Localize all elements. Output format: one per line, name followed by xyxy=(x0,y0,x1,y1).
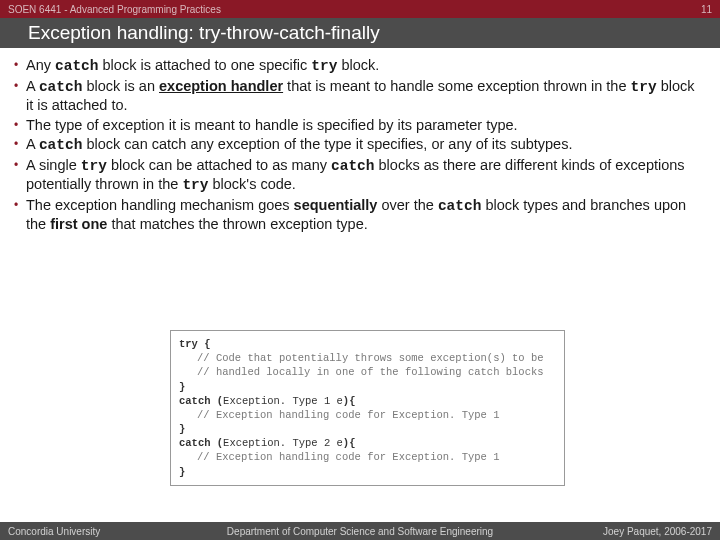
bullet-list: Any catch block is attached to one speci… xyxy=(10,56,704,234)
page-number: 11 xyxy=(701,4,712,15)
list-item: A catch block can catch any exception of… xyxy=(10,135,704,155)
list-item: The type of exception it is meant to han… xyxy=(10,116,704,135)
footer-left: Concordia University xyxy=(8,526,100,537)
code-example: try { // Code that potentially throws so… xyxy=(170,330,565,486)
list-item: A catch block is an exception handler th… xyxy=(10,77,704,115)
list-item: Any catch block is attached to one speci… xyxy=(10,56,704,76)
list-item: A single try block can be attached to as… xyxy=(10,156,704,195)
list-item: The exception handling mechanism goes se… xyxy=(10,196,704,234)
course-code: SOEN 6441 - Advanced Programming Practic… xyxy=(8,4,221,15)
footer-right: Joey Paquet, 2006-2017 xyxy=(603,526,712,537)
header-bar: SOEN 6441 - Advanced Programming Practic… xyxy=(0,0,720,18)
content-area: Any catch block is attached to one speci… xyxy=(0,48,720,234)
footer-bar: Concordia University Department of Compu… xyxy=(0,522,720,540)
slide-title-bar: Exception handling: try-throw-catch-fina… xyxy=(0,18,720,48)
slide-title: Exception handling: try-throw-catch-fina… xyxy=(28,22,380,44)
